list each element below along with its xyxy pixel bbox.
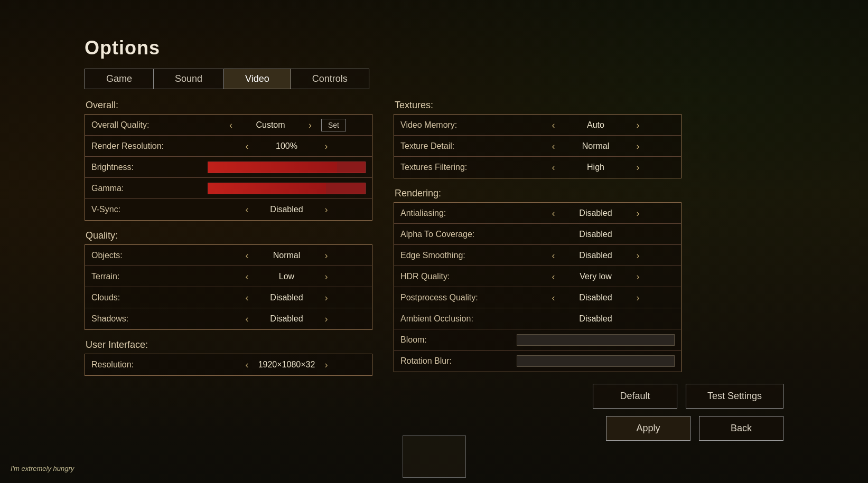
shadows-control: ‹ Disabled › bbox=[208, 314, 366, 324]
antialiasing-prev[interactable]: ‹ bbox=[550, 209, 557, 218]
vsync-value: Disabled bbox=[255, 205, 319, 214]
overall-header: Overall: bbox=[85, 100, 372, 111]
video-memory-prev[interactable]: ‹ bbox=[550, 120, 557, 130]
video-memory-control: ‹ Auto › bbox=[517, 120, 675, 130]
alpha-coverage-control: Disabled bbox=[517, 230, 675, 239]
edge-smoothing-prev[interactable]: ‹ bbox=[550, 251, 557, 260]
textures-filtering-value: High bbox=[562, 163, 630, 172]
bloom-label: Bloom: bbox=[400, 335, 517, 345]
textures-filtering-prev[interactable]: ‹ bbox=[550, 163, 557, 172]
gamma-slider[interactable] bbox=[208, 183, 366, 194]
alpha-coverage-row: Alpha To Coverage: Disabled bbox=[394, 224, 681, 245]
panels-row: Overall: Overall Quality: ‹ Custom › Set… bbox=[85, 100, 682, 385]
clouds-prev[interactable]: ‹ bbox=[244, 293, 251, 302]
default-button[interactable]: Default bbox=[593, 384, 677, 409]
status-text: I'm extremely hungry bbox=[11, 465, 74, 472]
tab-game[interactable]: Game bbox=[85, 69, 154, 89]
render-resolution-next[interactable]: › bbox=[323, 141, 330, 151]
hdr-quality-control: ‹ Very low › bbox=[517, 272, 675, 281]
overall-quality-set-button[interactable]: Set bbox=[321, 119, 346, 131]
shadows-next[interactable]: › bbox=[323, 314, 330, 324]
rendering-header: Rendering: bbox=[394, 188, 682, 199]
rotation-blur-row: Rotation Blur: bbox=[394, 351, 681, 372]
postprocess-quality-next[interactable]: › bbox=[634, 293, 642, 302]
shadows-row: Shadows: ‹ Disabled › bbox=[85, 308, 372, 329]
clouds-label: Clouds: bbox=[91, 293, 208, 302]
video-memory-value: Auto bbox=[562, 120, 630, 130]
objects-control: ‹ Normal › bbox=[208, 251, 366, 260]
tab-video[interactable]: Video bbox=[224, 69, 291, 89]
objects-next[interactable]: › bbox=[323, 251, 330, 260]
texture-detail-next[interactable]: › bbox=[634, 141, 642, 151]
overall-quality-control: ‹ Custom › Set bbox=[208, 119, 366, 131]
page-title: Options bbox=[85, 37, 682, 59]
antialiasing-control: ‹ Disabled › bbox=[517, 209, 675, 218]
gamma-fill bbox=[208, 183, 326, 194]
texture-detail-row: Texture Detail: ‹ Normal › bbox=[394, 136, 681, 157]
overall-quality-next[interactable]: › bbox=[306, 120, 314, 130]
gamma-row: Gamma: bbox=[85, 178, 372, 199]
back-button[interactable]: Back bbox=[699, 416, 783, 441]
objects-label: Objects: bbox=[91, 251, 208, 260]
overall-quality-prev[interactable]: ‹ bbox=[227, 120, 235, 130]
alpha-coverage-value: Disabled bbox=[562, 230, 630, 239]
bottom-buttons: Default Test Settings Apply Back bbox=[593, 384, 783, 441]
rotation-blur-bar[interactable] bbox=[517, 355, 675, 367]
gamma-label: Gamma: bbox=[91, 184, 208, 193]
resolution-value: 1920×1080×32 bbox=[255, 360, 319, 370]
clouds-row: Clouds: ‹ Disabled › bbox=[85, 287, 372, 308]
edge-smoothing-next[interactable]: › bbox=[634, 251, 642, 260]
objects-value: Normal bbox=[255, 251, 319, 260]
render-resolution-row: Render Resolution: ‹ 100% › bbox=[85, 136, 372, 157]
tabs-row: Game Sound Video Controls bbox=[85, 69, 380, 89]
ambient-occlusion-row: Ambient Occlusion: Disabled bbox=[394, 308, 681, 329]
hdr-quality-next[interactable]: › bbox=[634, 272, 642, 281]
minimap bbox=[403, 435, 466, 478]
apply-button[interactable]: Apply bbox=[606, 416, 690, 441]
resolution-control: ‹ 1920×1080×32 › bbox=[208, 360, 366, 370]
hdr-quality-row: HDR Quality: ‹ Very low › bbox=[394, 266, 681, 287]
terrain-next[interactable]: › bbox=[323, 272, 330, 281]
textures-filtering-label: Textures Filtering: bbox=[400, 163, 517, 172]
texture-detail-control: ‹ Normal › bbox=[517, 141, 675, 151]
tab-controls[interactable]: Controls bbox=[291, 69, 369, 89]
shadows-prev[interactable]: ‹ bbox=[244, 314, 251, 324]
brightness-row: Brightness: bbox=[85, 157, 372, 178]
tab-sound[interactable]: Sound bbox=[154, 69, 224, 89]
brightness-slider[interactable] bbox=[208, 162, 366, 173]
test-settings-button[interactable]: Test Settings bbox=[686, 384, 783, 409]
vsync-next[interactable]: › bbox=[323, 205, 330, 214]
clouds-next[interactable]: › bbox=[323, 293, 330, 302]
vsync-prev[interactable]: ‹ bbox=[244, 205, 251, 214]
render-resolution-control: ‹ 100% › bbox=[208, 141, 366, 151]
ui-section-header: User Interface: bbox=[85, 339, 372, 351]
right-panel: Textures: Video Memory: ‹ Auto › Texture… bbox=[394, 100, 682, 382]
texture-detail-label: Texture Detail: bbox=[400, 141, 517, 151]
resolution-prev[interactable]: ‹ bbox=[244, 360, 251, 370]
clouds-control: ‹ Disabled › bbox=[208, 293, 366, 302]
bloom-row: Bloom: bbox=[394, 329, 681, 351]
ambient-occlusion-label: Ambient Occlusion: bbox=[400, 314, 517, 324]
vsync-control: ‹ Disabled › bbox=[208, 205, 366, 214]
antialiasing-next[interactable]: › bbox=[634, 209, 642, 218]
texture-detail-prev[interactable]: ‹ bbox=[550, 141, 557, 151]
edge-smoothing-control: ‹ Disabled › bbox=[517, 251, 675, 260]
bloom-bar[interactable] bbox=[517, 334, 675, 346]
postprocess-quality-control: ‹ Disabled › bbox=[517, 293, 675, 302]
overall-quality-value: Custom bbox=[239, 120, 302, 130]
hdr-quality-value: Very low bbox=[562, 272, 630, 281]
edge-smoothing-value: Disabled bbox=[562, 251, 630, 260]
terrain-prev[interactable]: ‹ bbox=[244, 272, 251, 281]
hdr-quality-prev[interactable]: ‹ bbox=[550, 272, 557, 281]
resolution-next[interactable]: › bbox=[323, 360, 330, 370]
textures-header: Textures: bbox=[394, 100, 682, 111]
render-resolution-prev[interactable]: ‹ bbox=[244, 141, 251, 151]
shadows-value: Disabled bbox=[255, 314, 319, 324]
textures-filtering-next[interactable]: › bbox=[634, 163, 642, 172]
brightness-label: Brightness: bbox=[91, 163, 208, 172]
video-memory-next[interactable]: › bbox=[634, 120, 642, 130]
left-panel: Overall: Overall Quality: ‹ Custom › Set… bbox=[85, 100, 372, 385]
objects-prev[interactable]: ‹ bbox=[244, 251, 251, 260]
postprocess-quality-prev[interactable]: ‹ bbox=[550, 293, 557, 302]
vsync-label: V-Sync: bbox=[91, 205, 208, 214]
